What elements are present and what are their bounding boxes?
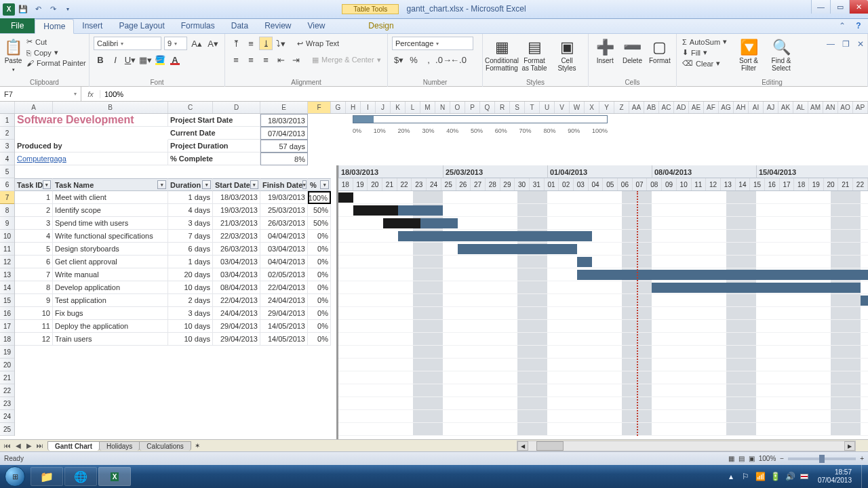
cell[interactable]: Spend time with users <box>53 217 168 230</box>
col-header[interactable]: G <box>331 102 346 113</box>
cell[interactable]: 02/05/2013 <box>260 268 308 281</box>
show-desktop-button[interactable] <box>861 465 867 488</box>
col-header[interactable]: Q <box>480 102 495 113</box>
row-header[interactable]: 18 <box>0 333 14 346</box>
col-header[interactable]: W <box>570 102 585 113</box>
row-header[interactable]: 2 <box>0 127 14 140</box>
cell[interactable]: 5 <box>15 243 53 256</box>
format-cells-button[interactable]: ▢Format <box>648 37 672 64</box>
autosum-button[interactable]: Σ AutoSum ▾ <box>681 37 731 47</box>
cell[interactable]: 0% <box>308 281 331 294</box>
increase-decimal-icon[interactable]: .0→ <box>437 53 450 66</box>
orientation-icon[interactable]: ⤵▾ <box>274 37 288 50</box>
align-top-icon[interactable]: ⤒ <box>229 37 243 50</box>
select-all-corner[interactable] <box>0 102 15 113</box>
cell[interactable]: 03/04/2013 <box>213 268 260 281</box>
border-button[interactable]: ▦▾ <box>138 53 152 66</box>
save-icon[interactable]: 💾 <box>16 3 30 16</box>
row-header[interactable]: 19 <box>0 346 14 359</box>
fill-button[interactable]: ⬇ Fill ▾ <box>681 47 731 58</box>
sheet-tab[interactable]: Holidays <box>99 441 140 451</box>
zoom-out-icon[interactable]: − <box>780 455 784 462</box>
cell[interactable]: Start Date▾ <box>213 178 260 191</box>
row-header[interactable]: 24 <box>0 410 14 423</box>
col-header[interactable]: A <box>15 102 53 113</box>
tab-nav-first-icon[interactable]: ⏮ <box>3 442 12 449</box>
col-header[interactable]: AP <box>853 102 868 113</box>
cell[interactable]: Finish Date▾ <box>260 178 308 191</box>
tab-nav-last-icon[interactable]: ⏭ <box>35 442 45 449</box>
row-header[interactable]: 8 <box>0 204 14 217</box>
col-header[interactable]: AN <box>823 102 838 113</box>
row-header[interactable]: 22 <box>0 384 14 397</box>
qat-dropdown-icon[interactable]: ▾ <box>61 3 75 16</box>
cell[interactable]: 7 <box>15 268 53 281</box>
cell[interactable]: 26/03/2013 <box>213 243 260 256</box>
cell[interactable]: 10 days <box>168 333 213 346</box>
view-layout-icon[interactable]: ▤ <box>738 455 745 462</box>
row-header[interactable]: 12 <box>0 256 14 268</box>
underline-button[interactable]: U▾ <box>123 53 137 66</box>
cell[interactable]: Meet with client <box>53 191 168 204</box>
col-header[interactable]: AC <box>659 102 674 113</box>
col-header[interactable]: AL <box>793 102 808 113</box>
cell[interactable]: 0% <box>308 243 331 256</box>
tab-home[interactable]: Home <box>35 19 74 34</box>
row-header[interactable]: 14 <box>0 281 14 294</box>
cell[interactable]: Identify scope <box>53 204 168 217</box>
cell[interactable]: 04/04/2013 <box>260 230 308 243</box>
col-header[interactable]: N <box>435 102 450 113</box>
col-header[interactable]: AH <box>734 102 749 113</box>
taskbar-chrome-icon[interactable]: 🌐 <box>64 467 97 486</box>
cell[interactable]: Project Duration <box>168 140 260 152</box>
cell[interactable]: 1 days <box>168 191 213 204</box>
row-header[interactable]: 20 <box>0 359 14 371</box>
tray-flag-icon[interactable]: ⚐ <box>741 471 751 482</box>
col-header[interactable]: AD <box>674 102 689 113</box>
cell[interactable]: 3 days <box>168 217 213 230</box>
cell[interactable]: 0% <box>308 268 331 281</box>
sort-filter-button[interactable]: 🔽Sort & Filter <box>734 37 764 72</box>
cell[interactable]: Fix bugs <box>53 307 168 320</box>
cell[interactable]: 22/03/2013 <box>213 230 260 243</box>
sheet-tab[interactable]: Calculations <box>139 441 191 451</box>
cell[interactable]: %▾ <box>308 178 331 191</box>
col-header[interactable]: L <box>406 102 420 113</box>
cell[interactable]: 6 <box>15 256 53 268</box>
col-header[interactable]: O <box>450 102 465 113</box>
row-header[interactable]: 6 <box>0 178 14 191</box>
cell[interactable]: 50% <box>308 217 331 230</box>
cell[interactable]: 22/04/2013 <box>260 281 308 294</box>
maximize-button[interactable]: ▭ <box>830 0 849 14</box>
cell[interactable]: 18/03/2013 <box>260 114 308 127</box>
currency-icon[interactable]: $▾ <box>392 53 406 66</box>
increase-font-icon[interactable]: A▴ <box>190 37 203 50</box>
font-size-select[interactable]: 9▾ <box>164 37 187 50</box>
row-header[interactable]: 7 <box>0 191 14 204</box>
col-header[interactable]: Y <box>599 102 614 113</box>
cell[interactable]: 1 days <box>168 256 213 268</box>
cell[interactable]: 03/04/2013 <box>260 243 308 256</box>
row-header[interactable]: 15 <box>0 294 14 307</box>
row-header[interactable]: 10 <box>0 230 14 243</box>
row-header[interactable]: 5 <box>0 165 14 178</box>
format-as-table-button[interactable]: ▤Format as Table <box>519 37 549 72</box>
tab-review[interactable]: Review <box>256 18 299 33</box>
cell[interactable]: 8% <box>260 152 308 165</box>
cell[interactable]: 10 days <box>168 320 213 333</box>
cell[interactable]: 18/03/2013 <box>213 191 260 204</box>
cell[interactable]: Computergaga <box>15 152 168 165</box>
row-header[interactable]: 9 <box>0 217 14 230</box>
view-pagebreak-icon[interactable]: ▣ <box>749 455 755 462</box>
cell[interactable]: 04/04/2013 <box>260 256 308 268</box>
cell[interactable]: 14/05/2013 <box>260 333 308 346</box>
cell[interactable]: 50% <box>308 204 331 217</box>
row-header[interactable]: 3 <box>0 140 14 152</box>
tray-up-icon[interactable]: ▴ <box>726 471 736 482</box>
clear-button[interactable]: ⌫ Clear ▾ <box>681 58 731 68</box>
cell[interactable]: 19/03/2013 <box>213 204 260 217</box>
cell[interactable]: 1 <box>15 191 53 204</box>
cell[interactable]: 2 <box>15 204 53 217</box>
col-header[interactable]: U <box>540 102 555 113</box>
tab-view[interactable]: View <box>300 18 334 33</box>
